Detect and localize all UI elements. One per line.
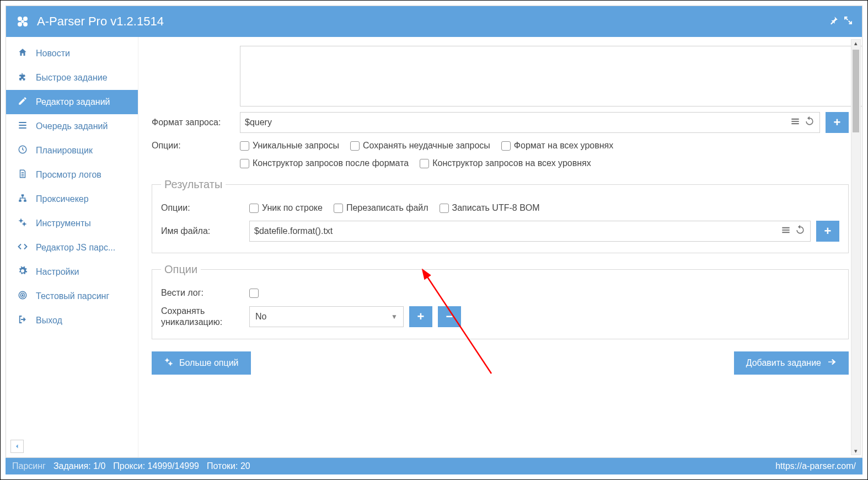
add-format-button[interactable]: + bbox=[826, 112, 849, 133]
svg-rect-8 bbox=[24, 200, 26, 202]
svg-point-9 bbox=[20, 219, 23, 222]
filename-input[interactable]: $datefile.format().txt bbox=[249, 221, 811, 242]
svg-point-15 bbox=[169, 362, 172, 365]
app-logo-icon bbox=[13, 12, 33, 31]
remove-option-button[interactable]: − bbox=[438, 306, 461, 327]
scrollbar-thumb[interactable] bbox=[853, 50, 859, 132]
gears-icon bbox=[164, 357, 174, 370]
sidebar-item-tools[interactable]: Инструменты bbox=[6, 211, 138, 236]
status-proxies: Прокси: 14999/14999 bbox=[113, 461, 199, 471]
checkbox-qb-all-levels[interactable]: Конструктор запросов на всех уровнях bbox=[420, 158, 591, 168]
app-header: A-Parser Pro v1.2.1514 bbox=[6, 6, 862, 37]
sidebar-item-label: Редактор заданий bbox=[36, 97, 110, 107]
menu-icon[interactable] bbox=[780, 225, 791, 238]
home-icon bbox=[16, 47, 29, 60]
results-legend: Результаты bbox=[161, 178, 226, 191]
status-tasks: Задания: 1/0 bbox=[53, 461, 105, 471]
sidebar-item-label: Быстрое задание bbox=[36, 73, 108, 83]
log-label: Вести лог: bbox=[161, 288, 249, 298]
format-query-value: $query bbox=[245, 118, 272, 127]
sidebar-item-news[interactable]: Новости bbox=[6, 41, 138, 66]
gears-icon bbox=[16, 217, 29, 230]
code-icon bbox=[16, 242, 29, 254]
sidebar-item-label: Проксичекер bbox=[36, 194, 89, 204]
sitemap-icon bbox=[16, 193, 29, 206]
sidebar-item-label: Редактор JS парс... bbox=[36, 243, 115, 253]
sidebar-item-task-queue[interactable]: Очередь заданий bbox=[6, 114, 138, 138]
sidebar-item-proxychecker[interactable]: Проксичекер bbox=[6, 187, 138, 211]
sidebar-item-exit[interactable]: Выход bbox=[6, 308, 138, 333]
checkbox-utf8bom[interactable]: Записать UTF-8 BOM bbox=[440, 203, 540, 213]
gear-icon bbox=[16, 266, 29, 279]
format-query-input[interactable]: $query bbox=[240, 112, 820, 133]
checkbox-qb-after-format[interactable]: Конструктор запросов после формата bbox=[240, 158, 409, 168]
checkbox-save-failed[interactable]: Сохранять неудачные запросы bbox=[350, 141, 490, 151]
format-query-label: Формат запроса: bbox=[152, 118, 240, 127]
puzzle-icon bbox=[16, 72, 29, 84]
sidebar-item-logs[interactable]: Просмотр логов bbox=[6, 163, 138, 187]
sidebar-item-label: Инструменты bbox=[36, 218, 91, 228]
edit-icon bbox=[16, 96, 29, 109]
svg-point-13 bbox=[22, 294, 23, 295]
logout-icon bbox=[16, 314, 29, 327]
add-task-label: Добавить задание bbox=[746, 358, 821, 368]
sidebar-item-scheduler[interactable]: Планировщик bbox=[6, 138, 138, 163]
svg-point-4 bbox=[21, 20, 24, 23]
clock-icon bbox=[16, 145, 29, 157]
sidebar-collapse-button[interactable] bbox=[10, 440, 24, 453]
checkbox-overwrite[interactable]: Перезаписать файл bbox=[334, 203, 428, 213]
sidebar-item-js-editor[interactable]: Редактор JS парс... bbox=[6, 236, 138, 260]
sidebar-item-task-editor[interactable]: Редактор заданий bbox=[6, 90, 138, 114]
svg-point-2 bbox=[18, 22, 22, 26]
document-icon bbox=[16, 169, 29, 182]
save-unique-select[interactable]: No ▼ bbox=[249, 306, 404, 327]
sidebar-item-label: Планировщик bbox=[36, 146, 93, 156]
pin-icon[interactable] bbox=[827, 15, 841, 28]
sidebar-item-quick-task[interactable]: Быстрое задание bbox=[6, 66, 138, 90]
vertical-scrollbar[interactable] bbox=[851, 39, 861, 455]
more-options-button[interactable]: Больше опций bbox=[152, 351, 251, 375]
add-option-button[interactable]: + bbox=[409, 306, 432, 327]
app-title: A-Parser Pro v1.2.1514 bbox=[37, 14, 164, 29]
options-label: Опции: bbox=[152, 141, 240, 151]
main-panel: Формат запроса: $query + bbox=[138, 37, 862, 457]
list-icon bbox=[16, 120, 29, 134]
svg-rect-6 bbox=[22, 194, 24, 196]
sidebar-item-test-parsing[interactable]: Тестовый парсинг bbox=[6, 284, 138, 308]
checkbox-format-all-levels[interactable]: Формат на всех уровнях bbox=[501, 141, 613, 151]
sidebar-item-label: Выход bbox=[36, 316, 62, 326]
reset-icon[interactable] bbox=[804, 116, 815, 130]
fullscreen-icon[interactable] bbox=[841, 15, 855, 28]
sidebar-item-settings[interactable]: Настройки bbox=[6, 260, 138, 284]
svg-point-3 bbox=[23, 22, 28, 26]
sidebar-item-label: Настройки bbox=[36, 267, 79, 277]
filename-label: Имя файла: bbox=[161, 226, 249, 236]
add-task-button[interactable]: Добавить задание bbox=[734, 351, 849, 375]
save-unique-value: No bbox=[255, 312, 266, 322]
target-icon bbox=[16, 290, 29, 303]
reset-icon[interactable] bbox=[795, 225, 806, 238]
queries-textarea[interactable] bbox=[240, 46, 862, 106]
filename-value: $datefile.format().txt bbox=[254, 226, 333, 236]
checkbox-unique-queries[interactable]: Уникальные запросы bbox=[240, 141, 339, 151]
options-fieldset: Опции Вести лог: Сохранять уникализацию:… bbox=[152, 263, 849, 339]
checkbox-unique-line[interactable]: Уник по строке bbox=[249, 203, 323, 213]
svg-point-0 bbox=[18, 17, 22, 21]
sidebar-item-label: Тестовый парсинг bbox=[36, 291, 109, 301]
status-parsing: Парсинг bbox=[12, 461, 46, 471]
svg-point-1 bbox=[23, 17, 28, 21]
results-fieldset: Результаты Опции: Уник по строке Перезап… bbox=[152, 178, 849, 253]
sidebar-item-label: Просмотр логов bbox=[36, 170, 101, 180]
options-legend: Опции bbox=[161, 263, 201, 276]
save-unique-label: Сохранять уникализацию: bbox=[161, 306, 249, 328]
sidebar: Новости Быстрое задание Редактор заданий… bbox=[6, 37, 138, 457]
menu-icon[interactable] bbox=[790, 116, 801, 130]
checkbox-log[interactable] bbox=[249, 289, 259, 298]
add-filename-button[interactable]: + bbox=[816, 221, 839, 242]
svg-point-10 bbox=[23, 222, 26, 225]
more-options-label: Больше опций bbox=[179, 358, 239, 368]
status-url[interactable]: https://a-parser.com/ bbox=[775, 461, 856, 471]
sidebar-item-label: Новости bbox=[36, 49, 70, 58]
sidebar-item-label: Очередь заданий bbox=[36, 121, 108, 131]
svg-rect-7 bbox=[19, 200, 22, 202]
